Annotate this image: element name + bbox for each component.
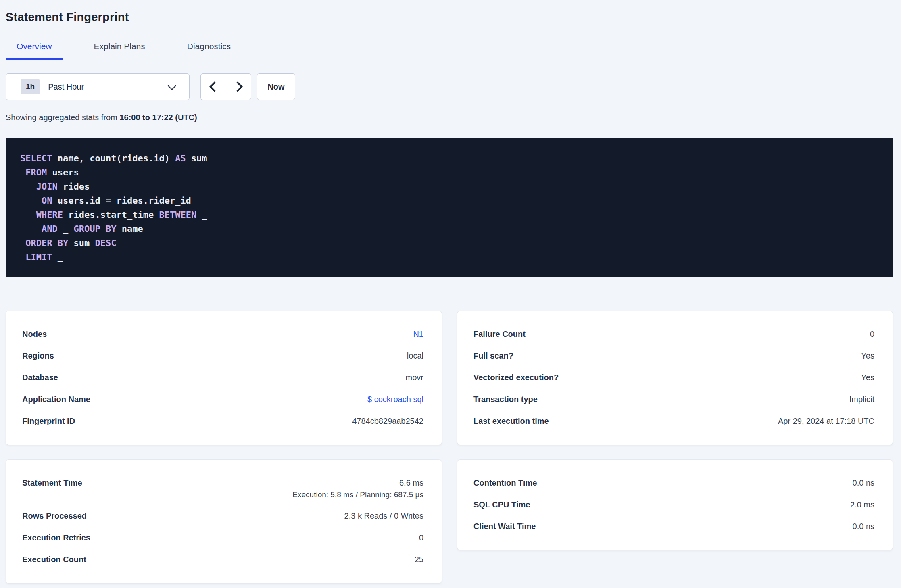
time-prev-button[interactable] bbox=[200, 73, 226, 100]
now-button[interactable]: Now bbox=[257, 73, 295, 100]
stat-row-last-execution-time: Last execution timeApr 29, 2024 at 17:18… bbox=[457, 410, 893, 432]
time-controls: 1h Past Hour Now bbox=[6, 73, 893, 100]
time-range-dropdown[interactable]: 1h Past Hour bbox=[6, 73, 190, 100]
sql-token: LIMIT bbox=[25, 252, 52, 262]
stat-label-vectorized-execution: Vectorized execution? bbox=[473, 367, 559, 388]
sql-token: DESC bbox=[95, 238, 116, 248]
tab-diagnostics[interactable]: Diagnostics bbox=[176, 31, 242, 60]
stat-value-wrap: 0.0 ns bbox=[853, 515, 874, 537]
stat-value-wrap: 4784cb829aab2542 bbox=[352, 410, 423, 432]
sql-line: FROM users bbox=[20, 165, 878, 179]
stat-subvalue-statement-time: Execution: 5.8 ms / Planning: 687.5 µs bbox=[292, 490, 423, 499]
sql-token bbox=[20, 224, 42, 234]
sql-token: GROUP BY bbox=[73, 224, 116, 234]
stat-row-failure-count: Failure Count0 bbox=[457, 323, 893, 345]
stat-label-transaction-type: Transaction type bbox=[473, 388, 538, 410]
stat-label-database: Database bbox=[22, 367, 58, 388]
sql-line: SELECT name, count(rides.id) AS sum bbox=[20, 151, 878, 165]
stat-value-database: movr bbox=[406, 367, 423, 388]
stat-row-sql-cpu-time: SQL CPU Time2.0 ms bbox=[457, 494, 893, 515]
execution-attributes-card: Failure Count0Full scan?YesVectorized ex… bbox=[457, 311, 893, 445]
sql-token: JOIN bbox=[36, 181, 58, 192]
sql-line: ORDER BY sum DESC bbox=[20, 236, 878, 250]
stat-value-wrap: 2.3 k Reads / 0 Writes bbox=[344, 505, 423, 527]
sql-line: LIMIT _ bbox=[20, 250, 878, 264]
stat-row-statement-time: Statement Time6.6 msExecution: 5.8 ms / … bbox=[6, 472, 442, 505]
chevron-right-icon bbox=[232, 81, 242, 92]
stat-label-fingerprint-id: Fingerprint ID bbox=[22, 410, 75, 432]
aggregation-note: Showing aggregated stats from 16:00 to 1… bbox=[6, 111, 893, 123]
stat-value-wrap: Yes bbox=[861, 345, 874, 367]
stat-value-sql-cpu-time: 2.0 ms bbox=[850, 494, 874, 515]
stat-row-application-name: Application Name$ cockroach sql bbox=[6, 388, 442, 410]
stat-value-regions: local bbox=[407, 345, 423, 367]
stat-row-fingerprint-id: Fingerprint ID4784cb829aab2542 bbox=[6, 410, 442, 432]
page-title: Statement Fingerprint bbox=[6, 9, 893, 25]
stat-value-link-nodes[interactable]: N1 bbox=[413, 323, 423, 345]
stat-value-wrap: $ cockroach sql bbox=[367, 388, 423, 410]
sql-token: users bbox=[47, 167, 79, 177]
stat-value-wrap: 0.0 ns bbox=[853, 472, 874, 494]
stat-row-rows-processed: Rows Processed2.3 k Reads / 0 Writes bbox=[6, 505, 442, 527]
stats-cards-grid: NodesN1RegionslocalDatabasemovrApplicati… bbox=[6, 311, 893, 584]
stat-row-nodes: NodesN1 bbox=[6, 323, 442, 345]
stat-value-failure-count: 0 bbox=[870, 323, 874, 345]
sql-token: AS bbox=[175, 153, 186, 163]
sql-token: rides bbox=[58, 181, 90, 192]
statement-times-card: Statement Time6.6 msExecution: 5.8 ms / … bbox=[6, 459, 442, 584]
sql-token: ORDER BY bbox=[25, 238, 68, 248]
stat-value-wrap: 0 bbox=[870, 323, 874, 345]
sql-token: rides.start_time bbox=[63, 210, 159, 220]
tab-overview[interactable]: Overview bbox=[6, 31, 63, 60]
stat-row-transaction-type: Transaction typeImplicit bbox=[457, 388, 893, 410]
sql-token: SELECT bbox=[20, 153, 52, 163]
sql-token: BETWEEN bbox=[159, 210, 196, 220]
time-range-label: Past Hour bbox=[48, 82, 84, 92]
stat-row-full-scan: Full scan?Yes bbox=[457, 345, 893, 367]
sql-token bbox=[20, 181, 36, 192]
stat-value-link-application-name[interactable]: $ cockroach sql bbox=[367, 388, 423, 410]
stat-row-execution-count: Execution Count25 bbox=[6, 548, 442, 570]
sql-token: sum bbox=[186, 153, 207, 163]
stat-value-wrap: 6.6 msExecution: 5.8 ms / Planning: 687.… bbox=[292, 472, 423, 499]
sql-token: WHERE bbox=[36, 210, 63, 220]
time-window-arrows bbox=[200, 73, 251, 100]
sql-token: FROM bbox=[25, 167, 47, 177]
stat-value-fingerprint-id: 4784cb829aab2542 bbox=[352, 410, 423, 432]
sql-token: _ bbox=[196, 210, 207, 220]
stat-value-wrap: movr bbox=[406, 367, 423, 388]
stat-row-execution-retries: Execution Retries0 bbox=[6, 527, 442, 548]
sql-line: ON users.id = rides.rider_id bbox=[20, 194, 878, 208]
sql-token bbox=[20, 167, 25, 177]
sql-token bbox=[20, 210, 36, 220]
stat-label-execution-retries: Execution Retries bbox=[22, 527, 90, 548]
aggregation-note-range: 16:00 to 17:22 (UTC) bbox=[119, 113, 197, 122]
tab-bar: Overview Explain Plans Diagnostics bbox=[6, 31, 893, 60]
stat-label-sql-cpu-time: SQL CPU Time bbox=[473, 494, 530, 515]
chevron-down-icon bbox=[168, 81, 176, 90]
sql-token bbox=[20, 238, 25, 248]
stat-label-last-execution-time: Last execution time bbox=[473, 410, 549, 432]
sql-token: name bbox=[116, 224, 143, 234]
time-range-badge: 1h bbox=[21, 79, 40, 94]
stat-label-client-wait-time: Client Wait Time bbox=[473, 515, 536, 537]
statement-fingerprint-page: Statement Fingerprint Overview Explain P… bbox=[0, 9, 901, 584]
sql-token: ON bbox=[42, 196, 52, 206]
stat-value-execution-retries: 0 bbox=[419, 527, 423, 548]
statement-details-card: NodesN1RegionslocalDatabasemovrApplicati… bbox=[6, 311, 442, 445]
stat-label-regions: Regions bbox=[22, 345, 54, 367]
sql-line: JOIN rides bbox=[20, 179, 878, 194]
tab-explain-plans[interactable]: Explain Plans bbox=[83, 31, 156, 60]
stat-value-wrap: Implicit bbox=[849, 388, 874, 410]
stat-row-vectorized-execution: Vectorized execution?Yes bbox=[457, 367, 893, 388]
stat-label-rows-processed: Rows Processed bbox=[22, 505, 87, 527]
stat-label-statement-time: Statement Time bbox=[22, 472, 82, 494]
stat-value-wrap: Yes bbox=[861, 367, 874, 388]
sql-token bbox=[20, 196, 42, 206]
sql-token: _ bbox=[52, 252, 63, 262]
sql-token bbox=[20, 252, 25, 262]
stat-value-wrap: Apr 29, 2024 at 17:18 UTC bbox=[778, 410, 874, 432]
time-next-button[interactable] bbox=[226, 73, 251, 100]
stat-value-full-scan: Yes bbox=[861, 345, 874, 367]
stat-label-failure-count: Failure Count bbox=[473, 323, 526, 345]
